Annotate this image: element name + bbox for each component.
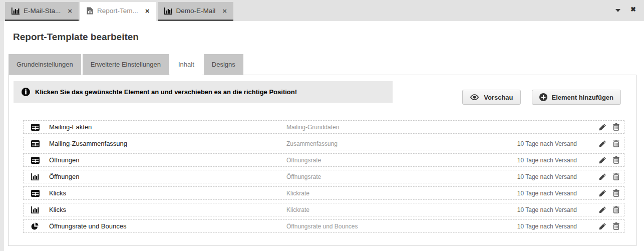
tab-label: E-Mail-Sta... [24, 7, 61, 15]
element-name: Öffnungsrate und Bounces [49, 222, 286, 230]
report-file-icon [87, 7, 93, 15]
tab-inhalt[interactable]: Inhalt [170, 54, 202, 75]
window-tab-email-statistics[interactable]: E-Mail-Sta... × [5, 2, 79, 21]
edit-button[interactable] [599, 123, 606, 131]
element-type: Öffnungsrate [286, 173, 517, 180]
preview-button[interactable]: Vorschau [462, 90, 520, 105]
delete-button[interactable] [613, 156, 619, 164]
table-icon [31, 157, 40, 164]
tab-erweiterte-einstellungen[interactable]: Erweiterte Einstellungen [83, 54, 169, 75]
delete-button[interactable] [613, 140, 619, 147]
info-icon [22, 88, 30, 96]
settings-tabs: Grundeinstellungen Erweiterte Einstellun… [9, 54, 644, 75]
window-tab-bar: E-Mail-Sta... × Report-Tem... × Demo-E-M… [0, 0, 644, 21]
delete-button[interactable] [613, 189, 619, 197]
tab-label: Report-Tem... [97, 7, 138, 15]
bar-chart-icon [31, 173, 40, 180]
element-schedule: 10 Tage nach Versand [517, 223, 577, 230]
delete-button[interactable] [613, 222, 619, 230]
table-icon [31, 140, 40, 147]
element-type: Zusammenfassung [286, 140, 517, 147]
element-name: Mailing-Zusammenfassung [49, 140, 286, 147]
window-tab-demo-email[interactable]: Demo-E-Mail × [158, 2, 234, 21]
element-schedule: 10 Tage nach Versand [517, 206, 577, 213]
element-name: Klicks [49, 189, 286, 197]
bar-chart-icon [31, 206, 40, 213]
edit-button[interactable] [599, 173, 606, 180]
table-icon [31, 124, 40, 131]
element-row[interactable]: Öffnungsrate und Bounces Öffnungsrate un… [23, 219, 624, 233]
page-title: Report-Template bearbeiten [13, 32, 644, 43]
add-element-button[interactable]: Element hinzufügen [532, 90, 621, 105]
tab-close-icon[interactable]: × [222, 7, 227, 15]
element-name: Öffnungen [49, 173, 286, 180]
element-name: Klicks [49, 206, 286, 213]
delete-button[interactable] [613, 173, 619, 180]
edit-button[interactable] [599, 206, 606, 213]
element-type: Öffnungsrate und Bounces [286, 223, 517, 230]
edit-button[interactable] [599, 140, 606, 147]
caret-down-icon[interactable] [615, 9, 620, 12]
element-row[interactable]: Öffnungen Öffnungsrate 10 Tage nach Vers… [23, 170, 624, 183]
pie-chart-icon [31, 222, 40, 230]
element-row[interactable]: Klicks Klickrate 10 Tage nach Versand [23, 186, 624, 200]
info-text: Klicken Sie das gewünschte Element an un… [35, 88, 297, 96]
element-name: Mailing-Fakten [49, 123, 286, 131]
bar-chart-icon [164, 8, 172, 15]
element-row[interactable]: Mailing-Zusammenfassung Zusammenfassung … [23, 137, 624, 150]
left-edge-strip [0, 21, 4, 251]
edit-button[interactable] [599, 156, 606, 164]
edit-button[interactable] [599, 189, 606, 197]
table-icon [31, 190, 40, 197]
element-row[interactable]: Klicks Klickrate 10 Tage nach Versand [23, 203, 624, 216]
tab-label: Demo-E-Mail [176, 7, 216, 15]
element-name: Öffnungen [49, 156, 286, 164]
tab-designs[interactable]: Designs [204, 54, 243, 75]
edit-button[interactable] [599, 222, 606, 230]
element-row[interactable]: Mailing-Fakten Mailing-Grunddaten [23, 120, 624, 134]
element-schedule: 10 Tage nach Versand [517, 190, 577, 197]
tab-grundeinstellungen[interactable]: Grundeinstellungen [9, 54, 81, 75]
element-type: Öffnungsrate [286, 157, 517, 164]
element-type: Mailing-Grunddaten [286, 124, 577, 131]
tab-close-icon[interactable]: × [145, 7, 150, 15]
delete-button[interactable] [613, 123, 619, 131]
element-type: Klickrate [286, 190, 517, 197]
tab-close-icon[interactable]: × [68, 7, 72, 15]
element-list: Mailing-Fakten Mailing-Grunddaten Mailin… [23, 120, 624, 233]
element-type: Klickrate [286, 206, 517, 213]
info-banner: Klicken Sie das gewünschte Element an un… [14, 81, 393, 103]
content-panel: Klicken Sie das gewünschte Element an un… [8, 75, 636, 246]
bar-chart-icon [12, 8, 20, 15]
element-row[interactable]: Öffnungen Öffnungsrate 10 Tage nach Vers… [23, 153, 624, 167]
element-schedule: 10 Tage nach Versand [517, 157, 577, 164]
plus-circle-icon [539, 93, 547, 101]
element-schedule: 10 Tage nach Versand [517, 140, 577, 147]
eye-icon [470, 94, 479, 100]
close-icon[interactable]: ✖ [630, 6, 636, 13]
window-tab-report-template[interactable]: Report-Tem... × [80, 2, 156, 21]
element-schedule: 10 Tage nach Versand [517, 173, 577, 180]
delete-button[interactable] [613, 206, 619, 213]
